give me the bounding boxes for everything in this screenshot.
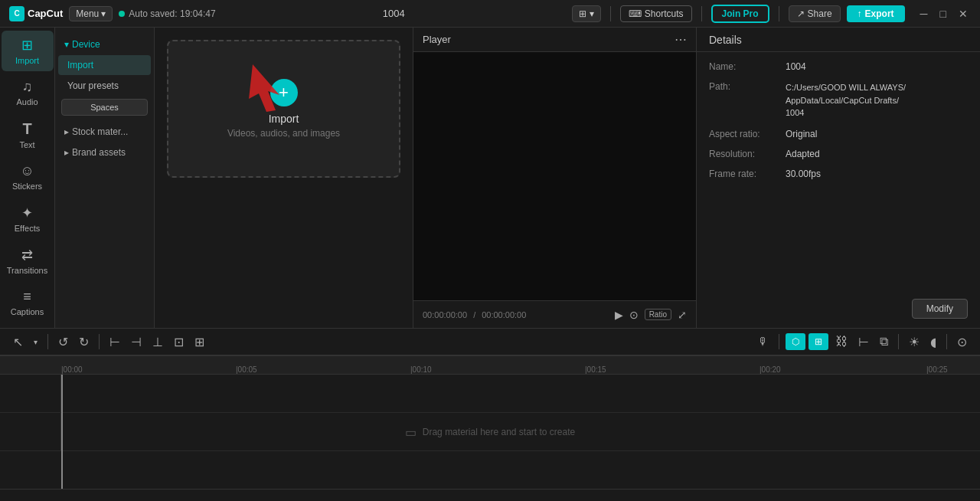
redo-button[interactable]: ↻ <box>75 332 93 352</box>
maximize-button[interactable]: □ <box>937 8 949 20</box>
spaces-button[interactable]: Spaces <box>61 99 148 116</box>
layers-button[interactable]: ⧉ <box>876 332 892 351</box>
ruler-mark-15: |00:15 <box>585 365 606 374</box>
link-active-button[interactable]: ⬡ <box>786 333 805 350</box>
track-label-2 <box>0 413 61 450</box>
sidebar-item-audio[interactable]: ♫ Audio <box>2 73 54 113</box>
separator <box>610 6 611 21</box>
sidebar-item-stickers[interactable]: ☺ Stickers <box>2 157 54 197</box>
split-button[interactable]: ⊢ <box>106 332 124 352</box>
brand-chevron-icon: ▸ <box>64 147 69 158</box>
autosave-dot <box>119 11 125 17</box>
undo-button[interactable]: ↺ <box>54 332 72 352</box>
toolbar-sep5 <box>946 334 947 349</box>
menu-arrow-icon: ▾ <box>101 8 106 19</box>
sidebar-item-import[interactable]: Import <box>58 55 151 75</box>
close-button[interactable]: ✕ <box>956 8 971 20</box>
text-nav-icon: T <box>22 120 31 138</box>
top-section: ⊞ Import ♫ Audio T Text ☺ Stickers <box>0 28 413 328</box>
ruler-mark-20: |00:20 <box>760 365 781 374</box>
player-time: 00:00:00:00 / 00:00:00:00 <box>423 310 526 319</box>
import-drop-area[interactable]: + Import Videos, audios, and images <box>155 28 413 328</box>
sidebar-section-device[interactable]: ▾ Device <box>58 34 151 54</box>
split2-button[interactable]: ⊢ <box>854 332 873 352</box>
select-arrow-button[interactable]: ▾ <box>30 336 41 349</box>
layout-button[interactable]: ⊞ ▾ <box>572 5 601 22</box>
export-icon: ↑ <box>858 8 862 19</box>
select-tool-button[interactable]: ↖ <box>9 332 27 352</box>
player-title: Player <box>423 34 451 45</box>
menu-button[interactable]: Menu ▾ <box>69 6 113 21</box>
minimize-button[interactable]: ─ <box>917 8 931 20</box>
captions-nav-icon: ≡ <box>23 289 31 305</box>
stock-chevron-icon: ▸ <box>64 126 69 137</box>
timeline-scrollbar[interactable] <box>0 489 980 501</box>
details-header: Details <box>697 28 980 52</box>
toolbar: ↖ ▾ ↺ ↻ ⊢ ⊣ ⊥ ⊡ ⊞ 🎙 ⬡ ⊞ ⛓ ⊢ ⧉ ☀ ◖ ⊙ <box>0 328 980 355</box>
track-row-1 <box>0 375 980 413</box>
sidebar-item-text[interactable]: T Text <box>2 114 54 156</box>
export-button[interactable]: ↑ Export <box>847 5 905 22</box>
detail-label-name: Name: <box>709 61 786 72</box>
detail-value-name: 1004 <box>786 61 968 72</box>
modify-button[interactable]: Modify <box>912 299 968 319</box>
sidebar-section-stock[interactable]: ▸ Stock mater... <box>58 122 151 142</box>
align-center-button[interactable]: ⊥ <box>149 332 167 352</box>
track-label-1 <box>0 375 61 412</box>
titlebar: C CapCut Menu ▾ Auto saved: 19:04:47 100… <box>0 0 980 28</box>
detail-label-framerate: Frame rate: <box>709 169 786 179</box>
joinpro-button[interactable]: Join Pro <box>711 5 769 23</box>
timeline-settings-button[interactable]: ⊙ <box>953 332 971 352</box>
player-play-button[interactable]: ▶ <box>615 309 623 321</box>
sidebar-item-effects[interactable]: ✦ Effects <box>2 198 54 239</box>
align-left-button[interactable]: ⊣ <box>127 332 145 352</box>
shortcuts-button[interactable]: ⌨ Shortcuts <box>620 5 692 22</box>
autosave-indicator: Auto saved: 19:04:47 <box>119 8 215 19</box>
player-fullscreen-button[interactable]: ⤢ <box>678 309 687 321</box>
sidebar-section-brand[interactable]: ▸ Brand assets <box>58 142 151 162</box>
content-area: ⊞ Import ♫ Audio T Text ☺ Stickers <box>0 28 980 328</box>
player-menu-button[interactable]: ⋯ <box>675 32 687 47</box>
player-buttons: ▶ ⊙ Ratio ⤢ <box>615 309 687 321</box>
sidebar-item-captions[interactable]: ≡ Captions <box>2 283 54 323</box>
device-chevron-icon: ▾ <box>64 39 69 50</box>
sidebar-item-presets[interactable]: Your presets <box>58 76 151 96</box>
import-nav-icon: ⊞ <box>21 37 33 54</box>
ruler-marks: |00:00 |00:05 |00:10 |00:15 |00:20 |00:2… <box>61 356 980 374</box>
presets-label: Your presets <box>67 80 119 91</box>
import-dropzone[interactable]: + Import Videos, audios, and images <box>167 40 400 178</box>
sidebar-brand-label: Brand assets <box>72 147 126 158</box>
player-focus-button[interactable]: ⊙ <box>629 309 639 321</box>
sun-button[interactable]: ☀ <box>905 332 923 352</box>
chain-button[interactable]: ⛓ <box>831 332 851 351</box>
detail-row-path: Path: C:/Users/GOOD WILL ALWAYS/AppData/… <box>709 81 968 120</box>
toolbar-right: 🎙 ⬡ ⊞ ⛓ ⊢ ⧉ ☀ ◖ ⊙ <box>754 332 971 352</box>
sidebar-item-transitions[interactable]: ⇄ Transitions <box>2 241 54 281</box>
sidebar-item-import[interactable]: ⊞ Import <box>2 31 54 71</box>
arrow-svg <box>237 57 299 118</box>
share-button[interactable]: ↗ Share <box>789 5 841 22</box>
detail-label-aspect: Aspect ratio: <box>709 129 786 139</box>
menu-label: Menu <box>76 8 99 19</box>
detail-value-aspect: Original <box>786 129 968 139</box>
title-left: C CapCut Menu ▾ Auto saved: 19:04:47 <box>9 6 216 21</box>
volume-button[interactable]: ◖ <box>926 332 940 352</box>
detail-row-aspect: Aspect ratio: Original <box>709 129 968 139</box>
layout-arrow: ▾ <box>590 8 594 19</box>
ratio-badge[interactable]: Ratio <box>645 309 671 320</box>
detail-value-resolution: Adapted <box>786 149 968 159</box>
shortcuts-icon: ⌨ <box>629 8 642 19</box>
timeline-tracks: ▭ Drag material here and start to create <box>0 375 980 489</box>
left-sidebar: ▾ Device Import Your presets Spaces ▸ St <box>55 28 155 328</box>
mic-button[interactable]: 🎙 <box>754 333 773 350</box>
arrow-hint <box>237 57 299 120</box>
grid-view-button[interactable]: ⊞ <box>808 333 828 350</box>
crop-button[interactable]: ⊡ <box>170 332 188 352</box>
ruler-mark-25: |00:25 <box>926 365 948 374</box>
nav-audio-label: Audio <box>16 97 38 106</box>
grid-button[interactable]: ⊞ <box>191 332 208 352</box>
toolbar-sep4 <box>898 334 899 349</box>
effects-nav-icon: ✦ <box>21 205 33 221</box>
link-icon: ⬡ <box>792 336 799 347</box>
transitions-nav-icon: ⇄ <box>21 247 33 264</box>
